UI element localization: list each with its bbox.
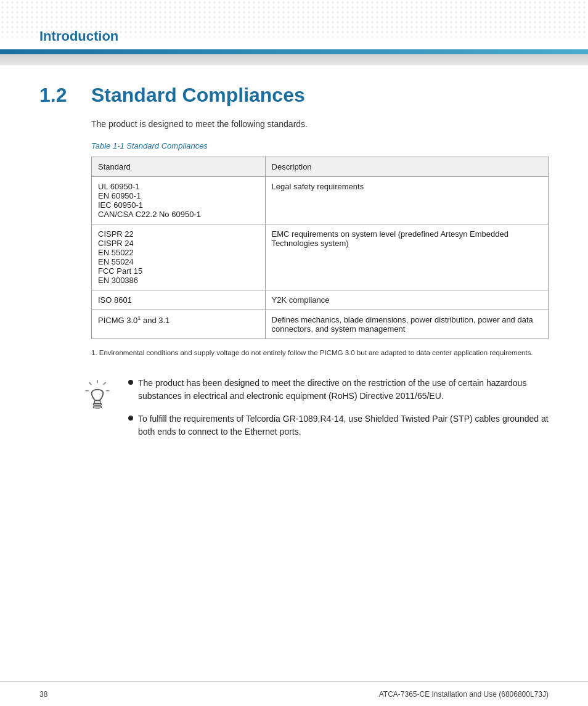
cell-description-2: Y2K compliance [265,290,548,310]
bullet-2 [128,416,133,421]
cell-description-0: Legal safety requirements [265,177,548,224]
lightbulb-icon [79,377,116,414]
bullet-1 [128,380,133,385]
col-header-description: Description [265,157,548,177]
accent-bar [0,49,588,54]
section-intro: The product is designed to meet the foll… [91,119,549,129]
section-title: Standard Compliances [91,84,305,107]
svg-rect-7 [93,403,101,405]
table-row: PICMG 3.01 and 3.1Defines mechanics, bla… [92,310,549,339]
document-title: ATCA-7365-CE Installation and Use (68068… [379,690,549,699]
note-box: The product has been designed to meet th… [79,377,549,448]
cell-standard-1: CISPR 22CISPR 24EN 55022EN 55024FCC Part… [92,224,266,290]
page-header: Introduction [0,0,588,49]
cell-description-1: EMC requirements on system level (predef… [265,224,548,290]
svg-line-1 [89,383,91,385]
table-footnote: 1. Environmental conditions and supply v… [91,348,549,358]
svg-line-3 [104,383,105,385]
note-text-1: The product has been designed to meet th… [138,377,549,403]
main-content: 1.2 Standard Compliances The product is … [0,84,588,498]
table-row: ISO 8601Y2K compliance [92,290,549,310]
table-row: UL 60950-1EN 60950-1IEC 60950-1CAN/CSA C… [92,177,549,224]
col-header-standard: Standard [92,157,266,177]
chapter-title: Introduction [39,28,118,44]
cell-standard-0: UL 60950-1EN 60950-1IEC 60950-1CAN/CSA C… [92,177,266,224]
note-item-1: The product has been designed to meet th… [128,377,549,403]
note-text-2: To fulfill the requirements of Telcordia… [138,413,549,438]
note-items: The product has been designed to meet th… [128,377,549,448]
cell-description-3: Defines mechanics, blade dimensions, pow… [265,310,548,339]
table-row: CISPR 22CISPR 24EN 55022EN 55024FCC Part… [92,224,549,290]
compliance-table: Standard Description UL 60950-1EN 60950-… [91,157,549,339]
table-caption: Table 1-1 Standard Compliances [91,141,549,150]
page-footer: 38 ATCA-7365-CE Installation and Use (68… [0,681,588,706]
cell-standard-3: PICMG 3.01 and 3.1 [92,310,266,339]
section-heading: 1.2 Standard Compliances [39,84,549,107]
cell-standard-2: ISO 8601 [92,290,266,310]
page-number: 38 [39,690,47,699]
gray-bar [0,54,588,65]
section-number: 1.2 [39,84,76,107]
note-item-2: To fulfill the requirements of Telcordia… [128,413,549,438]
